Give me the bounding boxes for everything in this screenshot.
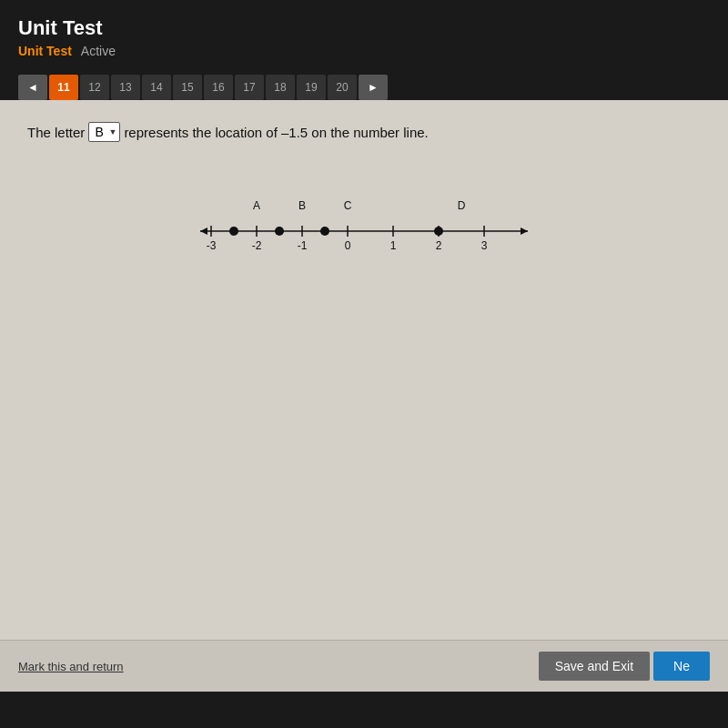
point-C bbox=[320, 227, 329, 236]
breadcrumb-link[interactable]: Unit Test bbox=[18, 44, 72, 58]
page-button-12[interactable]: 12 bbox=[80, 75, 109, 100]
number-line-svg: A B C D -3 -2 -1 0 1 2 bbox=[191, 197, 537, 269]
breadcrumb-status: Active bbox=[81, 44, 116, 58]
num-1: 1 bbox=[390, 239, 397, 252]
next-page-button[interactable]: ► bbox=[359, 75, 388, 100]
breadcrumb: Unit Test Active bbox=[18, 44, 710, 58]
next-button[interactable]: Ne bbox=[653, 652, 710, 681]
page-button-19[interactable]: 19 bbox=[297, 75, 326, 100]
letter-select-wrapper[interactable]: A B C D bbox=[88, 122, 120, 142]
page-button-15[interactable]: 15 bbox=[173, 75, 202, 100]
page-button-18[interactable]: 18 bbox=[266, 75, 295, 100]
number-line-container: A B C D -3 -2 -1 0 1 2 bbox=[27, 197, 701, 269]
question-text: The letter A B C D represents the locati… bbox=[27, 122, 701, 142]
page-button-16[interactable]: 16 bbox=[204, 75, 233, 100]
page-button-17[interactable]: 17 bbox=[235, 75, 264, 100]
page-button-20[interactable]: 20 bbox=[328, 75, 357, 100]
bottom-bar: Mark this and return Save and Exit Ne bbox=[0, 640, 728, 692]
page-button-11[interactable]: 11 bbox=[49, 75, 78, 100]
letter-dropdown[interactable]: A B C D bbox=[88, 122, 120, 142]
pagination-nav: ◄ 11 12 13 14 15 16 17 18 19 20 ► bbox=[0, 75, 728, 100]
question-suffix: represents the location of –1.5 on the n… bbox=[124, 125, 428, 140]
num-3: 3 bbox=[481, 239, 488, 252]
label-D: D bbox=[458, 199, 466, 212]
label-A: A bbox=[253, 199, 260, 212]
page-title: Unit Test bbox=[18, 16, 710, 40]
num-2: 2 bbox=[436, 239, 442, 252]
bottom-buttons: Save and Exit Ne bbox=[539, 652, 710, 681]
content-area: The letter A B C D represents the locati… bbox=[0, 100, 728, 692]
label-B: B bbox=[298, 199, 306, 212]
num--2: -2 bbox=[252, 239, 262, 252]
num-0: 0 bbox=[345, 239, 351, 252]
point-A bbox=[229, 227, 238, 236]
prev-page-button[interactable]: ◄ bbox=[18, 75, 47, 100]
question-prefix: The letter bbox=[27, 125, 85, 140]
page-button-13[interactable]: 13 bbox=[111, 75, 140, 100]
right-arrow bbox=[521, 228, 528, 235]
page-button-14[interactable]: 14 bbox=[142, 75, 171, 100]
num--1: -1 bbox=[298, 239, 308, 252]
mark-return-link[interactable]: Mark this and return bbox=[18, 660, 124, 673]
point-D bbox=[434, 227, 443, 236]
save-exit-button[interactable]: Save and Exit bbox=[539, 652, 650, 681]
header: Unit Test Unit Test Active ◄ 11 12 13 14… bbox=[0, 0, 728, 100]
left-arrow bbox=[200, 228, 207, 235]
point-B bbox=[275, 227, 284, 236]
label-C: C bbox=[344, 199, 352, 212]
num--3: -3 bbox=[207, 239, 217, 252]
